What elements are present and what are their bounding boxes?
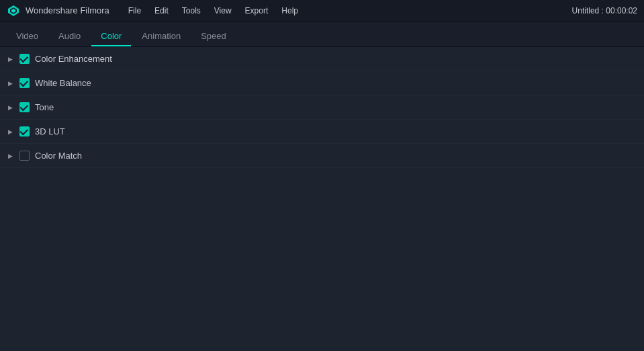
menu-export[interactable]: Export xyxy=(240,3,274,18)
menu-help[interactable]: Help xyxy=(276,3,304,18)
checkbox-unchecked-icon xyxy=(19,151,30,161)
tone-row[interactable]: ▶ Tone xyxy=(0,95,644,120)
chevron-icon: ▶ xyxy=(5,54,15,64)
main-content: ▶ Color Enhancement ▶ White Balance ▶ To… xyxy=(0,47,644,168)
menu-view[interactable]: View xyxy=(209,3,237,18)
color-enhancement-label: Color Enhancement xyxy=(35,54,112,64)
title-bar: Wondershare Filmora File Edit Tools View… xyxy=(0,0,644,22)
tab-animation[interactable]: Animation xyxy=(132,27,190,46)
color-enhancement-checkbox[interactable] xyxy=(19,54,30,65)
white-balance-checkbox[interactable] xyxy=(19,78,30,89)
chevron-icon: ▶ xyxy=(5,79,15,88)
checkbox-checked-icon xyxy=(19,54,30,64)
menu-tools[interactable]: Tools xyxy=(177,3,206,18)
menu-edit[interactable]: Edit xyxy=(149,3,174,18)
3dlut-checkbox[interactable] xyxy=(19,126,30,137)
chevron-icon: ▶ xyxy=(5,127,15,136)
color-match-label: Color Match xyxy=(35,151,82,161)
white-balance-row[interactable]: ▶ White Balance xyxy=(0,71,644,95)
app-logo-icon xyxy=(7,4,20,17)
menu-file[interactable]: File xyxy=(123,3,146,18)
tab-speed[interactable]: Speed xyxy=(191,27,236,46)
tone-checkbox[interactable] xyxy=(19,102,30,113)
color-match-row[interactable]: ▶ Color Match xyxy=(0,144,644,168)
3dlut-row[interactable]: ▶ 3D LUT xyxy=(0,120,644,144)
tab-bar: Video Audio Color Animation Speed xyxy=(0,22,644,47)
3dlut-label: 3D LUT xyxy=(35,126,65,136)
menu-bar: File Edit Tools View Export Help xyxy=(123,3,572,18)
chevron-icon: ▶ xyxy=(5,103,15,112)
tab-color[interactable]: Color xyxy=(91,27,131,46)
white-balance-label: White Balance xyxy=(35,78,91,88)
window-title: Untitled : 00:00:02 xyxy=(572,6,637,15)
checkbox-checked-icon xyxy=(19,78,30,88)
tab-audio[interactable]: Audio xyxy=(49,27,90,46)
checkbox-checked-icon xyxy=(19,102,30,112)
color-enhancement-row[interactable]: ▶ Color Enhancement xyxy=(0,47,644,71)
color-match-checkbox[interactable] xyxy=(19,151,30,161)
tone-label: Tone xyxy=(35,102,54,112)
tab-video[interactable]: Video xyxy=(7,27,48,46)
checkbox-checked-icon xyxy=(19,126,30,136)
app-name: Wondershare Filmora xyxy=(26,5,109,15)
chevron-icon: ▶ xyxy=(5,151,15,161)
